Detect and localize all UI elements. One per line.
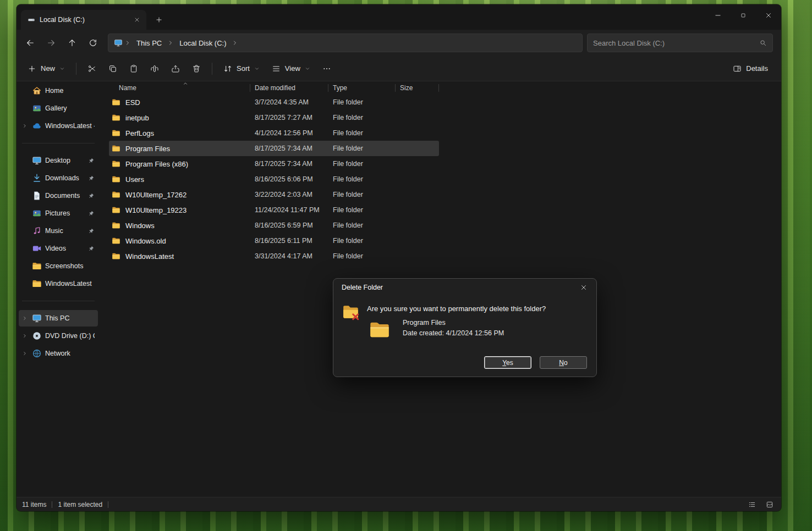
sidebar-item-downloads[interactable]: Downloads <box>19 170 98 186</box>
table-row-selected[interactable]: Program Files 8/17/2025 7:34 AM File fol… <box>109 141 439 156</box>
dialog-titlebar[interactable]: Delete Folder <box>333 279 596 296</box>
explorer-tab[interactable]: Local Disk (C:) <box>21 10 146 30</box>
minimize-button[interactable] <box>705 4 731 26</box>
yes-button[interactable]: Yes <box>484 356 531 369</box>
table-row[interactable]: Program Files (x86) 8/17/2025 7:34 AM Fi… <box>109 156 439 172</box>
file-name: ESD <box>125 98 140 107</box>
paste-button[interactable] <box>124 59 144 78</box>
trash-icon <box>192 64 201 73</box>
table-row[interactable]: ESD 3/7/2024 4:35 AM File folder <box>109 95 439 110</box>
forward-button[interactable] <box>41 34 62 52</box>
large-icons-view-button[interactable] <box>764 499 776 510</box>
pin-icon <box>88 210 95 217</box>
table-row[interactable]: inetpub 8/17/2025 7:27 AM File folder <box>109 110 439 125</box>
sidebar-item-gallery[interactable]: Gallery <box>19 100 98 117</box>
chevron-right-icon[interactable] <box>21 123 29 129</box>
tab-close-button[interactable] <box>131 14 143 26</box>
delete-button[interactable] <box>186 59 206 78</box>
more-options-button[interactable] <box>317 59 337 78</box>
sidebar-item-videos[interactable]: Videos <box>19 240 98 257</box>
column-header-date-modified[interactable]: Date modified <box>250 81 328 95</box>
back-arrow-icon <box>26 38 35 47</box>
plus-icon <box>155 16 163 24</box>
sidebar-item-this-pc[interactable]: This PC <box>19 310 98 327</box>
table-row[interactable]: Users 8/16/2025 6:06 PM File folder <box>109 172 439 187</box>
chevron-right-icon[interactable] <box>21 351 29 356</box>
toolbar-divider <box>76 63 76 75</box>
dialog-message: Are you sure you want to permanently del… <box>367 299 546 313</box>
refresh-icon <box>89 38 97 47</box>
sidebar-item-screenshots[interactable]: Screenshots <box>19 258 98 274</box>
file-type: File folder <box>328 175 396 183</box>
file-name: PerfLogs <box>125 129 154 137</box>
title-bar[interactable]: Local Disk (C:) <box>17 4 781 30</box>
details-view-button[interactable] <box>746 499 758 510</box>
column-header-type[interactable]: Type <box>328 81 396 95</box>
file-type: File folder <box>328 160 396 168</box>
breadcrumb-this-pc[interactable]: This PC <box>133 37 166 49</box>
video-icon <box>32 244 42 253</box>
folder-icon <box>112 98 120 107</box>
column-header-size[interactable]: Size <box>396 81 439 95</box>
rename-button[interactable] <box>145 59 164 78</box>
breadcrumb-local-disk[interactable]: Local Disk (C:) <box>175 37 230 49</box>
monitor-icon <box>32 313 42 323</box>
chevron-down-icon <box>305 66 310 71</box>
pin-icon <box>88 175 95 181</box>
table-row[interactable]: Windows 8/16/2025 6:59 PM File folder <box>109 218 439 233</box>
table-row[interactable]: W10Ultemp_17262 3/22/2024 2:03 AM File f… <box>109 187 439 202</box>
sidebar-item-home[interactable]: Home <box>19 82 98 99</box>
folder-icon <box>112 236 120 245</box>
sidebar-item-music[interactable]: Music <box>19 223 98 239</box>
chevron-right-icon[interactable] <box>21 316 29 321</box>
table-row[interactable]: WindowsLatest 3/31/2024 4:17 AM File fol… <box>109 248 439 264</box>
folder-icon <box>112 190 120 199</box>
sidebar-item-network[interactable]: Network <box>19 345 98 362</box>
list-view-icon <box>748 501 756 508</box>
command-bar: New Sort View Details <box>17 56 781 81</box>
file-date: 3/7/2024 4:35 AM <box>250 98 328 106</box>
copy-button[interactable] <box>103 59 123 78</box>
file-name: Windows <box>125 222 155 230</box>
chevron-right-icon[interactable] <box>21 333 29 339</box>
refresh-button[interactable] <box>83 34 103 52</box>
monitor-icon <box>32 156 42 165</box>
address-bar[interactable]: This PC Local Disk (C:) <box>108 34 583 52</box>
details-button[interactable]: Details <box>727 59 773 78</box>
back-button[interactable] <box>20 34 41 52</box>
up-button[interactable] <box>62 34 83 52</box>
sidebar-item-pictures[interactable]: Pictures <box>19 205 98 222</box>
sidebar-item-windowslatest[interactable]: WindowsLatest <box>19 275 98 292</box>
sidebar-item-dvd-drive[interactable]: DVD Drive (D:) CCC <box>19 328 98 344</box>
column-header-name[interactable]: Name <box>109 81 250 95</box>
file-date: 8/16/2025 6:59 PM <box>250 222 328 229</box>
sidebar-item-documents[interactable]: Documents <box>19 187 98 204</box>
file-date: 3/22/2024 2:03 AM <box>250 191 328 198</box>
sidebar-item-desktop[interactable]: Desktop <box>19 152 98 169</box>
table-row[interactable]: Windows.old 8/16/2025 6:11 PM File folde… <box>109 233 439 248</box>
sort-button[interactable]: Sort <box>218 59 265 78</box>
folder-icon <box>112 206 120 214</box>
sidebar-item-onedrive[interactable]: WindowsLatest - Pe <box>19 118 98 134</box>
search-box[interactable] <box>587 34 773 52</box>
no-button[interactable]: No <box>540 356 587 369</box>
details-panel-icon <box>733 64 742 73</box>
plus-icon <box>28 64 36 73</box>
new-button[interactable]: New <box>22 59 70 78</box>
folder-icon <box>112 129 120 137</box>
share-button[interactable] <box>166 59 185 78</box>
file-explorer-window: Local Disk (C:) This PC Local Disk (C:) <box>17 4 781 511</box>
file-date: 8/17/2025 7:34 AM <box>250 145 328 152</box>
new-tab-button[interactable] <box>151 12 167 28</box>
view-button[interactable]: View <box>266 59 316 78</box>
close-button[interactable] <box>756 4 781 26</box>
maximize-button[interactable] <box>731 4 756 26</box>
sidebar-divider <box>22 301 95 301</box>
picture-icon <box>32 208 42 218</box>
search-input[interactable] <box>593 39 759 47</box>
dialog-close-button[interactable] <box>574 280 593 294</box>
cut-button[interactable] <box>82 59 102 78</box>
table-row[interactable]: PerfLogs 4/1/2024 12:56 PM File folder <box>109 125 439 141</box>
table-row[interactable]: W10Ultemp_19223 11/24/2024 11:47 PM File… <box>109 202 439 218</box>
file-type: File folder <box>328 252 396 260</box>
